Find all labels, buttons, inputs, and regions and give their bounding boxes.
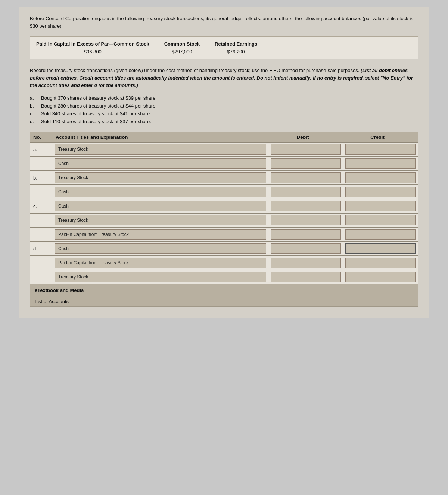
- list-accounts-footer[interactable]: List of Accounts: [30, 296, 418, 306]
- table-row: Treasury Stock: [30, 214, 418, 228]
- debit-input-a2[interactable]: [271, 158, 341, 169]
- account-input-c2[interactable]: Treasury Stock: [55, 215, 266, 225]
- table-row: Treasury Stock: [30, 270, 418, 284]
- debit-field-d1[interactable]: [268, 242, 343, 255]
- credit-input-d2[interactable]: [345, 258, 416, 268]
- debit-field-b2[interactable]: [268, 185, 343, 199]
- journal-col-debit: Debit: [265, 134, 340, 140]
- credit-input-b2[interactable]: [345, 187, 416, 197]
- account-field-b1[interactable]: Treasury Stock: [53, 171, 268, 184]
- debit-input-a1[interactable]: [271, 144, 341, 155]
- transaction-d-letter: d.: [30, 119, 37, 124]
- credit-input-a2[interactable]: [345, 158, 416, 169]
- table-row: Cash: [30, 157, 418, 171]
- transactions-list: a. Bought 370 shares of treasury stock a…: [30, 95, 418, 124]
- credit-input-c3[interactable]: [345, 229, 416, 240]
- debit-field-c3[interactable]: [268, 228, 343, 241]
- account-input-d2[interactable]: Paid-in Capital from Treasury Stock: [55, 258, 266, 268]
- debit-field-a1[interactable]: [268, 143, 343, 156]
- table-row: c. Cash: [30, 199, 418, 214]
- credit-field-c2[interactable]: [343, 214, 418, 227]
- row-letter-b: b.: [30, 174, 53, 182]
- debit-input-d3[interactable]: [271, 272, 341, 282]
- debit-input-c1[interactable]: [271, 201, 341, 211]
- ledger-header-retained: Retained Earnings: [215, 41, 257, 47]
- credit-input-a1[interactable]: [345, 144, 416, 155]
- credit-field-a2[interactable]: [343, 157, 418, 170]
- credit-input-d3[interactable]: [345, 272, 416, 282]
- row-letter-d: d.: [30, 245, 53, 253]
- debit-field-d2[interactable]: [268, 256, 343, 270]
- intro-text: Before Concord Corporation engages in th…: [30, 15, 418, 29]
- transaction-b-letter: b.: [30, 103, 37, 109]
- credit-field-b2[interactable]: [343, 185, 418, 199]
- instructions: Record the treasury stock transactions (…: [30, 67, 418, 89]
- credit-input-c1[interactable]: [345, 201, 416, 211]
- credit-field-d2[interactable]: [343, 256, 418, 270]
- account-field-d1[interactable]: Cash: [53, 242, 268, 255]
- list-accounts-label: List of Accounts: [35, 299, 69, 304]
- journal-header-row: No. Account Titles and Explanation Debit…: [30, 132, 418, 143]
- row-letter-c2: [30, 219, 53, 222]
- transaction-d: d. Sold 110 shares of treasury stock at …: [30, 119, 418, 124]
- credit-input-c2[interactable]: [345, 215, 416, 225]
- ledger-value-common: $297,000: [172, 49, 192, 55]
- credit-input-b1[interactable]: [345, 172, 416, 183]
- debit-field-c1[interactable]: [268, 199, 343, 213]
- debit-input-c2[interactable]: [271, 215, 341, 225]
- credit-field-c1[interactable]: [343, 199, 418, 213]
- credit-field-a1[interactable]: [343, 143, 418, 156]
- account-field-c1[interactable]: Cash: [53, 199, 268, 213]
- table-row: Paid-in Capital from Treasury Stock: [30, 228, 418, 242]
- page-container: Before Concord Corporation engages in th…: [19, 7, 429, 318]
- account-input-c1[interactable]: Cash: [55, 201, 266, 211]
- table-row: a. Treasury Stock: [30, 143, 418, 157]
- journal-col-credit: Credit: [340, 134, 415, 140]
- account-input-b1[interactable]: Treasury Stock: [55, 172, 266, 183]
- debit-input-d2[interactable]: [271, 258, 341, 268]
- account-input-a2[interactable]: Cash: [55, 158, 266, 169]
- credit-field-c3[interactable]: [343, 228, 418, 241]
- credit-input-d1[interactable]: [345, 243, 416, 254]
- account-field-c2[interactable]: Treasury Stock: [53, 214, 268, 227]
- account-field-d2[interactable]: Paid-in Capital from Treasury Stock: [53, 256, 268, 270]
- table-row: d. Cash: [30, 242, 418, 256]
- account-field-a2[interactable]: Cash: [53, 157, 268, 170]
- etextbook-footer[interactable]: eTextbook and Media: [30, 284, 418, 296]
- debit-field-b1[interactable]: [268, 171, 343, 184]
- debit-field-a2[interactable]: [268, 157, 343, 170]
- debit-input-b2[interactable]: [271, 187, 341, 197]
- credit-field-b1[interactable]: [343, 171, 418, 184]
- ledger-value-retained: $76,200: [227, 49, 245, 55]
- transaction-b-text: Bought 280 shares of treasury stock at $…: [41, 103, 157, 109]
- transaction-b: b. Bought 280 shares of treasury stock a…: [30, 103, 418, 109]
- ledger-col-retained: Retained Earnings $76,200: [215, 41, 257, 55]
- account-input-c3[interactable]: Paid-in Capital from Treasury Stock: [55, 229, 266, 240]
- row-letter-c: c.: [30, 202, 53, 211]
- debit-input-d1[interactable]: [271, 243, 341, 254]
- transaction-c-letter: c.: [30, 111, 37, 116]
- ledger-table: Paid-in Capital in Excess of Par—Common …: [30, 36, 418, 59]
- debit-input-b1[interactable]: [271, 172, 341, 183]
- account-field-c3[interactable]: Paid-in Capital from Treasury Stock: [53, 228, 268, 241]
- account-input-b2[interactable]: Cash: [55, 187, 266, 197]
- transaction-a-text: Bought 370 shares of treasury stock at $…: [41, 95, 157, 101]
- debit-field-d3[interactable]: [268, 270, 343, 284]
- credit-field-d3[interactable]: [343, 270, 418, 284]
- debit-field-c2[interactable]: [268, 214, 343, 227]
- transaction-a: a. Bought 370 shares of treasury stock a…: [30, 95, 418, 101]
- account-input-a1[interactable]: Treasury Stock: [55, 144, 266, 155]
- journal-col-account: Account Titles and Explanation: [56, 134, 265, 140]
- journal-col-no: No.: [33, 134, 56, 140]
- etextbook-label: eTextbook and Media: [35, 287, 84, 293]
- credit-field-d1[interactable]: [343, 242, 418, 255]
- debit-input-c3[interactable]: [271, 229, 341, 240]
- account-field-b2[interactable]: Cash: [53, 185, 268, 199]
- transaction-c-text: Sold 340 shares of treasury stock at $41…: [41, 111, 151, 116]
- account-input-d1[interactable]: Cash: [55, 243, 266, 254]
- row-letter-a: a.: [30, 145, 53, 154]
- account-field-d3[interactable]: Treasury Stock: [53, 270, 268, 284]
- account-input-d3[interactable]: Treasury Stock: [55, 272, 266, 282]
- account-field-a1[interactable]: Treasury Stock: [53, 143, 268, 156]
- row-letter-d3: [30, 275, 53, 278]
